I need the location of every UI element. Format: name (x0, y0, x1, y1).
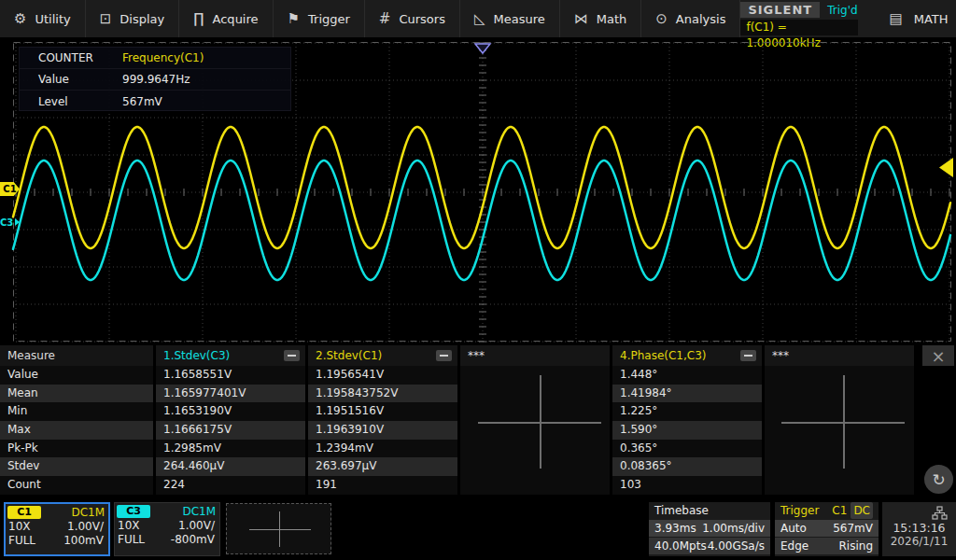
c3-badge: C3 (117, 505, 150, 518)
measure-cell: 1.448° (612, 366, 762, 385)
system-date: 2026/1/11 (882, 535, 956, 548)
trigger-level-marker[interactable] (939, 158, 953, 177)
clock-panel: 15:13:16 2026/1/11 (882, 502, 956, 556)
measurement-3-title: *** (468, 349, 485, 362)
measure-corner-label: Measure (0, 345, 153, 366)
measure-cell: 1.1658551V (156, 366, 305, 385)
measurement-2-title: 2.Stdev(C1) (316, 349, 382, 362)
c3-marker-label: C3 (0, 217, 13, 228)
menu-item-display[interactable]: ⊡ Display (86, 0, 180, 37)
menu-label-cursors: Cursors (399, 12, 445, 26)
brand-status-block: SIGLENT Trig'd f(C1) = 1.000010kHz (740, 0, 857, 37)
counter-title: COUNTER (20, 51, 122, 64)
remove-measurement-4-button[interactable] (740, 350, 756, 361)
reset-statistics-button[interactable]: ↻ (924, 465, 953, 494)
flag-icon: ⚑ (288, 12, 300, 26)
c3-probe: 10X (118, 519, 140, 532)
add-measurement-slot-3[interactable] (478, 375, 601, 469)
measure-cell: 1.590° (612, 421, 762, 440)
trigger-descriptor[interactable]: Trigger C1 DC Auto 567mV Edge Rising (775, 502, 879, 556)
measure-row-label: Count (0, 476, 153, 495)
measure-cell: 1.1951516V (308, 402, 457, 421)
menu-item-utility[interactable]: ⚙ Utility (0, 0, 86, 37)
counter-value-row: Value 999.9647Hz (20, 69, 290, 91)
counter-value-label: Value (20, 73, 122, 86)
channel-c1-descriptor[interactable]: C1 DC1M 10X 1.00V/ FULL 100mV (4, 502, 110, 556)
c1-coupling: DC1M (71, 506, 105, 519)
menu-item-analysis[interactable]: ⊙ Analysis (641, 0, 740, 37)
math-icon: ⋈ (574, 12, 588, 26)
menu-item-math[interactable]: ⋈ Math (560, 0, 642, 37)
gear-icon: ⚙ (14, 12, 26, 26)
measure-row-label: Pk-Pk (0, 440, 153, 458)
measure-cell: 1.165977401V (156, 385, 305, 403)
timebase-delay: 3.93ms (654, 522, 696, 535)
measure-row-label: Mean (0, 385, 153, 403)
menu-item-trigger[interactable]: ⚑ Trigger (274, 0, 365, 37)
c3-waveform (13, 161, 950, 280)
measurement-column-2[interactable]: 2.Stdev(C1) (308, 345, 457, 366)
menu-item-measure[interactable]: ◺ Measure (460, 0, 560, 37)
measure-cell: 1.1956541V (308, 366, 457, 385)
measure-cell: 1.225° (612, 402, 762, 421)
c1-badge: C1 (7, 506, 41, 519)
timebase-descriptor[interactable]: Timebase 3.93ms 1.00ms/div 40.0Mpts 4.00… (649, 502, 770, 556)
measure-cell: 224 (156, 476, 305, 495)
remove-measurement-1-button[interactable] (284, 350, 300, 361)
c3-offset: -800mV (171, 533, 215, 546)
measurement-4-title: 4.Phase(C1,C3) (620, 349, 706, 362)
c1-offset: 100mV (63, 534, 104, 547)
trigger-type: Edge (780, 539, 808, 553)
counter-level-label: Level (20, 95, 122, 108)
close-measure-table-button[interactable]: × (922, 345, 954, 366)
measure-cell: 1.2985mV (156, 440, 305, 458)
network-icon (932, 506, 948, 520)
system-time: 15:13:16 (882, 521, 956, 535)
counter-title-row: COUNTER Frequency(C1) (20, 48, 290, 69)
menu-label-trigger: Trigger (308, 12, 350, 26)
c1-scale: 1.00V/ (67, 520, 104, 533)
timebase-scale: 1.00ms/div (702, 522, 765, 535)
oscilloscope-screen: ⚙ Utility ⊡ Display ∏ Acquire ⚑ Trigger … (0, 0, 956, 560)
timebase-sample-rate: 4.00GSa/s (708, 539, 765, 553)
plus-icon (249, 529, 311, 531)
add-channel-button[interactable] (226, 503, 331, 554)
measurement-column-3[interactable]: *** (460, 345, 610, 366)
measurement-column-1[interactable]: 1.Stdev(C3) (156, 345, 305, 366)
measure-cell: 1.1666175V (156, 421, 305, 440)
measure-cell: 264.460µV (156, 457, 305, 476)
trigger-position-marker[interactable] (475, 44, 490, 53)
c1-waveform (13, 127, 950, 248)
channel-c3-descriptor[interactable]: C3 DC1M 10X 1.00V/ FULL -800mV (114, 502, 220, 556)
c1-probe: 10X (8, 520, 31, 533)
clipboard-icon: ▤ (890, 12, 903, 26)
measure-cell: 1.1653190V (156, 402, 305, 421)
add-measurement-slot-5[interactable] (781, 375, 905, 469)
math-menu-button[interactable]: ▤ MATH (869, 0, 956, 37)
measure-cell: 0.365° (612, 440, 762, 458)
menu-item-cursors[interactable]: # Cursors (365, 0, 460, 37)
c3-bandwidth: FULL (118, 533, 145, 546)
measure-cell: 1.1963910V (308, 421, 457, 440)
menu-label-analysis: Analysis (676, 12, 726, 26)
measure-cell: 0.08365° (612, 457, 762, 476)
measure-cell (460, 476, 610, 495)
c3-marker-arrow-icon (15, 218, 20, 226)
remove-measurement-2-button[interactable] (436, 350, 452, 361)
measure-row-label: Value (0, 366, 153, 385)
analysis-icon: ⊙ (655, 12, 668, 26)
menu-label-math: Math (597, 12, 627, 26)
c3-level-marker[interactable]: C3 (0, 216, 20, 229)
c1-level-marker[interactable]: C1 (0, 182, 20, 196)
measure-cell: 1.195843752V (308, 385, 457, 403)
measurement-column-4[interactable]: 4.Phase(C1,C3) (612, 345, 762, 366)
counter-value: 999.9647Hz (122, 73, 190, 86)
measurement-column-5[interactable]: *** (765, 345, 914, 366)
measure-cell: 1.41984° (612, 385, 762, 403)
timebase-title: Timebase (649, 502, 770, 519)
measure-row-label: Min (0, 402, 153, 421)
siglent-logo: SIGLENT (740, 2, 820, 18)
menu-item-acquire[interactable]: ∏ Acquire (179, 0, 273, 37)
measure-row-label: Stdev (0, 457, 153, 476)
trigger-slope: Rising (839, 539, 873, 553)
